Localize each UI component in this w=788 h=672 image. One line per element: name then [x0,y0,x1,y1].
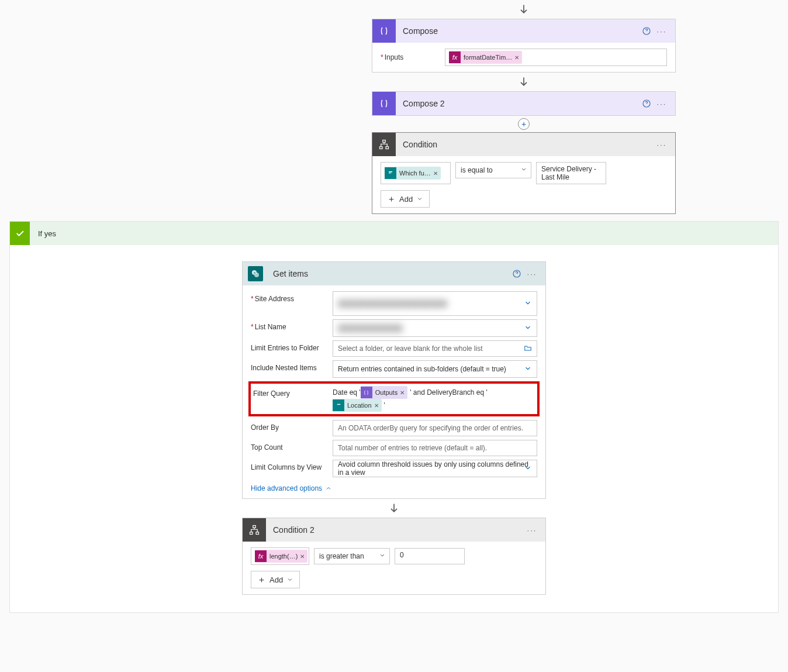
nested-select[interactable]: Return entries contained in sub-folders … [333,360,537,378]
fx-icon: fx [255,550,267,562]
plus-icon: ＋ [257,574,266,585]
hide-advanced-link[interactable]: Hide advanced options [251,484,332,492]
help-icon[interactable] [639,96,654,111]
get-items-header[interactable]: S Get items ··· [243,262,545,285]
condition-left-value[interactable]: Which fu… ✕ [381,162,451,184]
remove-token-icon[interactable]: ✕ [400,390,405,396]
remove-token-icon[interactable]: ✕ [300,553,305,560]
order-by-input[interactable]: An ODATA orderBy query for specifying th… [333,420,537,436]
flow-arrow [372,76,676,88]
placeholder-text: Total number of entries to retrieve (def… [338,444,487,452]
svg-rect-7 [389,173,391,174]
svg-rect-3 [380,147,383,149]
limit-folder-input[interactable]: Select a folder, or leave blank for the … [333,340,537,357]
compose2-header[interactable]: Compose 2 ··· [372,92,675,115]
condition-card: Condition ··· Which fu… ✕ [372,132,676,214]
chevron-down-icon [286,576,293,583]
svg-rect-13 [337,404,340,404]
filter-query-input[interactable]: Date eq ' Outputs ✕ ' and DeliveryBranch… [333,386,535,412]
filter-query-label: Filter Query [253,386,333,398]
remove-token-icon[interactable]: ✕ [374,402,379,409]
if-yes-branch-header[interactable]: If yes [10,222,778,245]
compose-title: Compose [396,26,639,36]
forms-token[interactable]: Which fu… ✕ [385,167,441,180]
chevron-down-icon [524,323,532,333]
condition2-operator-select[interactable]: is greater than [314,548,390,564]
list-name-label: List Name [251,319,333,331]
chevron-down-icon [416,195,423,202]
compose2-action-card: Compose 2 ··· [372,91,676,116]
condition2-right-value[interactable]: 0 [395,548,465,564]
help-icon[interactable] [509,266,524,281]
token-label: formatDateTim… [464,54,512,61]
filter-text: Date eq ' [333,388,361,397]
filter-text: ' [384,401,385,409]
compose-header[interactable]: Compose ··· [372,19,675,43]
add-label: Add [399,195,413,204]
outputs-token[interactable]: Outputs ✕ [361,386,408,399]
condition2-header[interactable]: Condition 2 ··· [243,518,545,542]
svg-rect-14 [253,526,256,528]
svg-rect-16 [256,532,259,535]
list-name-select[interactable]: █████████████ [333,319,537,337]
help-icon[interactable] [639,23,654,39]
action-menu-icon[interactable]: ··· [654,96,669,111]
site-address-value: ██████████████████████ [338,299,447,308]
operator-label: is equal to [461,166,493,174]
compose-action-card: Compose ··· Inputs fx formatDateTim… ✕ [372,19,676,73]
flow-arrow [372,4,676,15]
token-label: Outputs [375,389,398,396]
site-address-label: Site Address [251,291,333,303]
filter-query-highlight: Filter Query Date eq ' Outputs ✕ [248,381,540,416]
action-menu-icon[interactable]: ··· [654,137,669,152]
svg-rect-4 [386,147,389,149]
limit-cols-label: Limit Columns by View [251,460,333,471]
hide-adv-label: Hide advanced options [251,484,322,492]
chevron-down-icon [379,552,386,561]
inputs-label: Inputs [381,53,445,61]
limit-cols-value: Avoid column threshold issues by only us… [338,460,532,477]
forms-icon [385,167,396,179]
condition2-title: Condition 2 [266,525,524,535]
location-token[interactable]: Location ✕ [333,399,382,412]
top-count-input[interactable]: Total number of entries to retrieve (def… [333,440,537,456]
if-yes-label: If yes [30,229,56,238]
chevron-down-icon [524,464,532,474]
condition-right-value[interactable]: Service Delivery - Last Mile [536,162,606,184]
placeholder-text: Select a folder, or leave blank for the … [338,344,482,353]
chevron-down-icon [524,299,532,309]
variable-icon [361,387,372,398]
flow-arrow [242,502,546,514]
condition-icon [243,518,266,542]
filter-text: ' and DeliveryBranch eq ' [410,388,488,397]
condition2-left-value[interactable]: fx length(…) ✕ [251,547,309,565]
chevron-up-icon [325,485,332,492]
condition-icon [372,133,396,156]
top-count-label: Top Count [251,440,333,452]
nested-value: Return entries contained in sub-folders … [338,365,506,373]
placeholder-text: An ODATA orderBy query for specifying th… [338,424,523,432]
site-address-select[interactable]: ██████████████████████ [333,291,537,316]
svg-rect-2 [383,140,386,143]
plus-icon: ＋ [387,194,396,205]
inputs-field[interactable]: fx formatDateTim… ✕ [445,49,667,66]
action-menu-icon[interactable]: ··· [524,522,540,537]
action-menu-icon[interactable]: ··· [524,266,540,281]
add-step-icon[interactable]: + [518,118,530,130]
add-condition-button[interactable]: ＋ Add [381,190,430,208]
condition2-card: Condition 2 ··· fx length(…) ✕ [242,518,546,595]
fx-token[interactable]: fx formatDateTim… ✕ [449,51,522,64]
condition-operator-select[interactable]: is equal to [455,162,531,178]
folder-picker-icon[interactable] [524,344,532,354]
condition-title: Condition [396,140,654,149]
fx-token[interactable]: fx length(…) ✕ [255,550,307,563]
remove-token-icon[interactable]: ✕ [514,54,519,61]
action-menu-icon[interactable]: ··· [654,23,669,39]
right-value-text: Service Delivery - Last Mile [541,165,596,181]
add-condition-button[interactable]: ＋ Add [251,571,300,588]
limit-cols-select[interactable]: Avoid column threshold issues by only us… [333,460,537,477]
remove-token-icon[interactable]: ✕ [433,170,438,177]
svg-text:S: S [254,271,256,275]
svg-rect-15 [250,532,253,535]
condition-header[interactable]: Condition ··· [372,133,675,156]
